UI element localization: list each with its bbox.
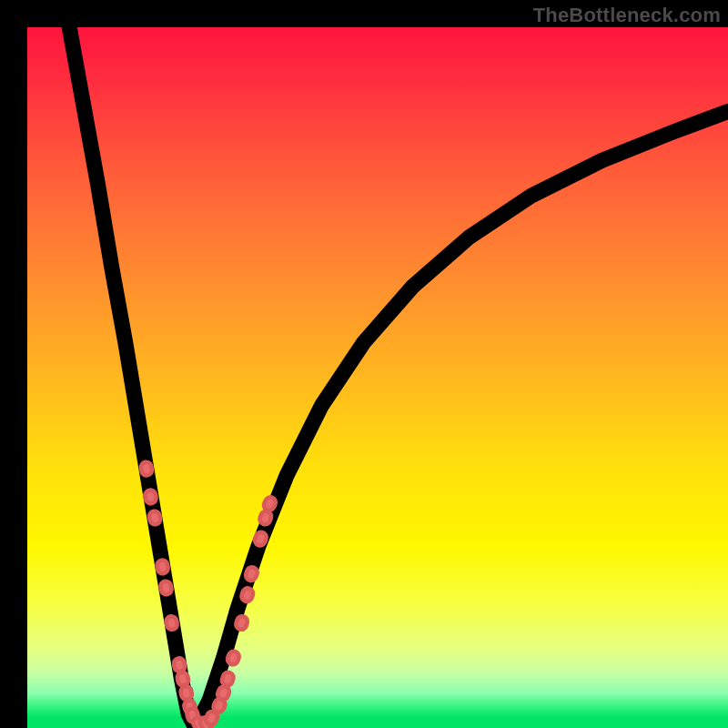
bead-marker: [253, 531, 268, 547]
chart-frame: TheBottleneck.com: [0, 0, 728, 728]
bead-marker: [166, 615, 178, 630]
bead-marker: [148, 511, 161, 525]
bead-marker: [177, 672, 189, 686]
bead-marker: [140, 461, 153, 476]
bead-marker: [173, 657, 186, 672]
bead-marker: [240, 587, 254, 602]
bead-marker: [235, 615, 248, 631]
bead-marker: [145, 490, 157, 504]
bead-marker: [244, 566, 258, 582]
bead-marker: [180, 685, 193, 700]
curve-layer: [27, 27, 728, 728]
bead-marker: [221, 671, 235, 686]
bead-marker: [227, 650, 240, 665]
plot-area: [27, 27, 728, 728]
curve-right: [196, 111, 728, 728]
bead-marker: [160, 581, 173, 595]
bead-marker: [262, 496, 278, 512]
bead-marker: [157, 560, 169, 574]
watermark-text: TheBottleneck.com: [533, 4, 721, 27]
